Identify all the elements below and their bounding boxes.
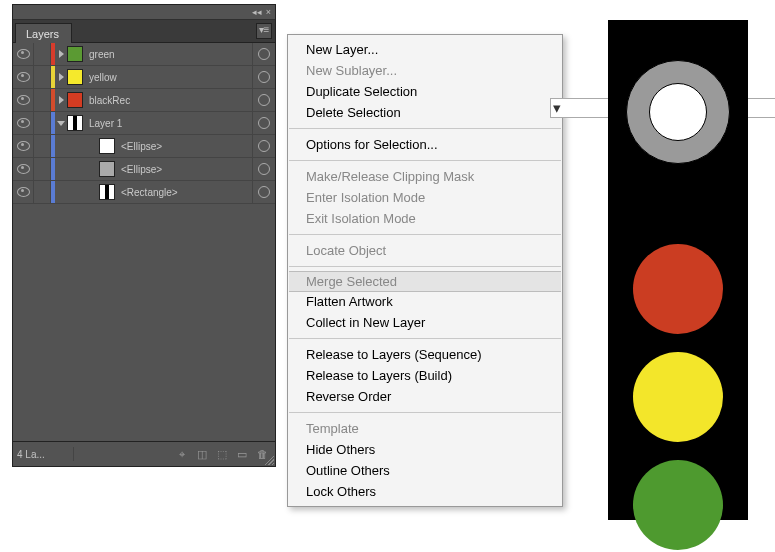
target-icon bbox=[258, 94, 270, 106]
target-button[interactable] bbox=[252, 181, 275, 203]
menu-separator bbox=[289, 128, 561, 129]
layer-thumbnail bbox=[99, 184, 115, 200]
menu-item: Locate Object bbox=[288, 240, 562, 261]
artboard bbox=[608, 20, 748, 520]
target-button[interactable] bbox=[252, 43, 275, 65]
layer-thumbnail bbox=[99, 161, 115, 177]
menu-item[interactable]: Lock Others bbox=[288, 481, 562, 502]
layer-row[interactable]: <Rectangle> bbox=[13, 181, 275, 204]
menu-item[interactable]: Release to Layers (Sequence) bbox=[288, 344, 562, 365]
target-button[interactable] bbox=[252, 158, 275, 180]
green-light-shape[interactable] bbox=[633, 460, 723, 550]
layer-row[interactable]: <Ellipse> bbox=[13, 158, 275, 181]
locate-object-icon[interactable]: ⌖ bbox=[173, 445, 191, 463]
expand-toggle[interactable] bbox=[55, 50, 67, 58]
visibility-toggle[interactable] bbox=[13, 181, 34, 203]
clipping-mask-icon[interactable]: ◫ bbox=[193, 445, 211, 463]
menu-item: Exit Isolation Mode bbox=[288, 208, 562, 229]
layer-name[interactable]: Layer 1 bbox=[88, 118, 252, 129]
menu-item[interactable]: Flatten Artwork bbox=[288, 291, 562, 312]
eye-icon bbox=[17, 187, 30, 197]
menu-item: New Sublayer... bbox=[288, 60, 562, 81]
layer-name[interactable]: green bbox=[88, 49, 252, 60]
footer-layer-count: 4 La... bbox=[17, 449, 63, 460]
chevron-down-icon bbox=[57, 121, 65, 126]
layer-row[interactable]: Layer 1 bbox=[13, 112, 275, 135]
menu-item[interactable]: Options for Selection... bbox=[288, 134, 562, 155]
yellow-light-shape[interactable] bbox=[633, 352, 723, 442]
new-layer-icon[interactable]: ▭ bbox=[233, 445, 251, 463]
lock-toggle[interactable] bbox=[34, 43, 51, 65]
chevron-right-icon bbox=[59, 96, 64, 104]
expand-toggle[interactable] bbox=[55, 73, 67, 81]
menu-item[interactable]: Duplicate Selection bbox=[288, 81, 562, 102]
white-inner-ellipse[interactable] bbox=[649, 83, 707, 141]
layers-panel: ◂◂ × Layers ▾≡ greenyellowblackRecLayer … bbox=[12, 4, 276, 467]
layer-name[interactable]: blackRec bbox=[88, 95, 252, 106]
target-icon bbox=[258, 140, 270, 152]
lock-toggle[interactable] bbox=[34, 181, 51, 203]
eye-icon bbox=[17, 164, 30, 174]
layer-row[interactable]: yellow bbox=[13, 66, 275, 89]
eye-icon bbox=[17, 95, 30, 105]
lock-toggle[interactable] bbox=[34, 89, 51, 111]
visibility-toggle[interactable] bbox=[13, 135, 34, 157]
lock-toggle[interactable] bbox=[34, 158, 51, 180]
menu-item[interactable]: Hide Others bbox=[288, 439, 562, 460]
tab-layers[interactable]: Layers bbox=[15, 23, 72, 43]
target-icon bbox=[258, 117, 270, 129]
menu-item[interactable]: New Layer... bbox=[288, 39, 562, 60]
menu-item: Enter Isolation Mode bbox=[288, 187, 562, 208]
chevron-right-icon bbox=[59, 73, 64, 81]
lock-toggle[interactable] bbox=[34, 112, 51, 134]
visibility-toggle[interactable] bbox=[13, 112, 34, 134]
red-light-shape[interactable] bbox=[633, 244, 723, 334]
target-button[interactable] bbox=[252, 89, 275, 111]
layer-thumbnail bbox=[67, 69, 83, 85]
target-button[interactable] bbox=[252, 66, 275, 88]
menu-item[interactable]: Delete Selection bbox=[288, 102, 562, 123]
visibility-toggle[interactable] bbox=[13, 89, 34, 111]
menu-item[interactable]: Collect in New Layer bbox=[288, 312, 562, 333]
target-icon bbox=[258, 71, 270, 83]
collapse-icon[interactable]: ◂◂ bbox=[252, 7, 262, 17]
panel-menu-button[interactable]: ▾≡ bbox=[256, 23, 272, 39]
layer-row[interactable]: <Ellipse> bbox=[13, 135, 275, 158]
menu-item: Template bbox=[288, 418, 562, 439]
lock-toggle[interactable] bbox=[34, 135, 51, 157]
layer-name[interactable]: <Rectangle> bbox=[120, 187, 252, 198]
layer-name[interactable]: <Ellipse> bbox=[120, 164, 252, 175]
layer-color-strip bbox=[51, 181, 55, 203]
resize-handle[interactable] bbox=[262, 453, 274, 465]
visibility-toggle[interactable] bbox=[13, 158, 34, 180]
visibility-toggle[interactable] bbox=[13, 43, 34, 65]
layer-thumbnail bbox=[67, 46, 83, 62]
menu-item[interactable]: Reverse Order bbox=[288, 386, 562, 407]
layer-name[interactable]: <Ellipse> bbox=[120, 141, 252, 152]
menu-item[interactable]: Release to Layers (Build) bbox=[288, 365, 562, 386]
eye-icon bbox=[17, 72, 30, 82]
layer-row[interactable]: green bbox=[13, 43, 275, 66]
target-icon bbox=[258, 163, 270, 175]
layer-thumbnail bbox=[67, 92, 83, 108]
new-sublayer-icon[interactable]: ⬚ bbox=[213, 445, 231, 463]
target-button[interactable] bbox=[252, 135, 275, 157]
grey-ring-shape[interactable] bbox=[626, 60, 730, 164]
close-icon[interactable]: × bbox=[266, 7, 271, 17]
expand-toggle[interactable] bbox=[55, 96, 67, 104]
layer-thumbnail bbox=[99, 138, 115, 154]
layer-color-strip bbox=[51, 158, 55, 180]
visibility-toggle[interactable] bbox=[13, 66, 34, 88]
menu-separator bbox=[289, 160, 561, 161]
expand-toggle[interactable] bbox=[55, 121, 67, 126]
target-icon bbox=[258, 186, 270, 198]
lock-toggle[interactable] bbox=[34, 66, 51, 88]
layer-row[interactable]: blackRec bbox=[13, 89, 275, 112]
chevron-right-icon bbox=[59, 50, 64, 58]
target-icon bbox=[258, 48, 270, 60]
target-button[interactable] bbox=[252, 112, 275, 134]
layers-list: greenyellowblackRecLayer 1<Ellipse><Elli… bbox=[13, 43, 275, 441]
layer-name[interactable]: yellow bbox=[88, 72, 252, 83]
menu-separator bbox=[289, 266, 561, 267]
menu-item[interactable]: Outline Others bbox=[288, 460, 562, 481]
